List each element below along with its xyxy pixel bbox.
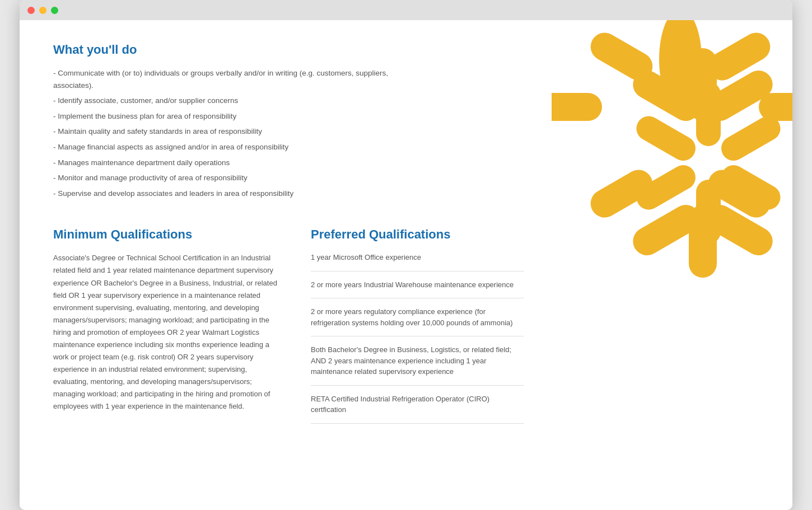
svg-rect-1 [666, 20, 694, 87]
pref-qual-item-text: Both Bachelor's Degree in Business, Logi… [311, 344, 524, 377]
svg-rect-7 [586, 27, 658, 85]
what-section-title: What you'll do [53, 43, 412, 57]
pref-qual-item: 1 year Microsoft Office experience [311, 252, 524, 272]
page-content: What you'll do - Communicate with (or to… [20, 20, 792, 510]
pref-qual-title: Preferred Qualifications [311, 227, 524, 242]
what-item: - Manages maintenance department daily o… [53, 157, 412, 169]
svg-rect-6 [552, 93, 602, 121]
what-section: What you'll do - Communicate with (or to… [53, 43, 412, 199]
svg-rect-4 [703, 165, 776, 222]
pref-qual-item-text: 1 year Microsoft Office experience [311, 252, 524, 263]
maximize-button[interactable] [51, 7, 58, 14]
min-qual-text: Associate's Degree or Technical School C… [53, 252, 277, 413]
svg-rect-5 [586, 165, 658, 222]
pref-qual-item-text: 2 or more years Industrial Warehouse mai… [311, 279, 524, 291]
svg-rect-2 [703, 27, 776, 85]
minimize-button[interactable] [39, 7, 46, 14]
min-qual-title: Minimum Qualifications [53, 227, 277, 242]
pref-items-list: 1 year Microsoft Office experience2 or m… [311, 252, 524, 424]
what-item: - Manage financial aspects as assigned a… [53, 141, 412, 153]
pref-qual-item-text: 2 or more years regulatory compliance ex… [311, 306, 524, 328]
pref-qual-item-text: RETA Certified Industrial Refrigeration … [311, 394, 524, 415]
browser-chrome [20, 0, 792, 20]
what-item: - Monitor and manage productivity of are… [53, 172, 412, 184]
walmart-spark-logo [552, 20, 792, 350]
min-qual-section: Minimum Qualifications Associate's Degre… [53, 227, 277, 424]
what-item: - Identify associate, customer, and/or s… [53, 95, 412, 107]
pref-qual-item: 2 or more years regulatory compliance ex… [311, 298, 524, 336]
what-item: - Communicate with (or to) individuals o… [53, 67, 412, 91]
close-button[interactable] [27, 7, 35, 14]
pref-qual-item: Both Bachelor's Degree in Business, Logi… [311, 336, 524, 386]
what-item: - Supervise and develop associates and l… [53, 188, 412, 200]
what-item: - Maintain quality and safety standards … [53, 125, 412, 138]
pref-qual-section: Preferred Qualifications 1 year Microsof… [311, 227, 524, 424]
browser-window: What you'll do - Communicate with (or to… [20, 0, 792, 510]
what-item: - Implement the business plan for area o… [53, 110, 412, 123]
what-items-list: - Communicate with (or to) individuals o… [53, 67, 412, 199]
svg-rect-3 [759, 93, 792, 121]
pref-qual-item: 2 or more years Industrial Warehouse mai… [311, 272, 524, 299]
pref-qual-item: RETA Certified Industrial Refrigeration … [311, 386, 524, 424]
